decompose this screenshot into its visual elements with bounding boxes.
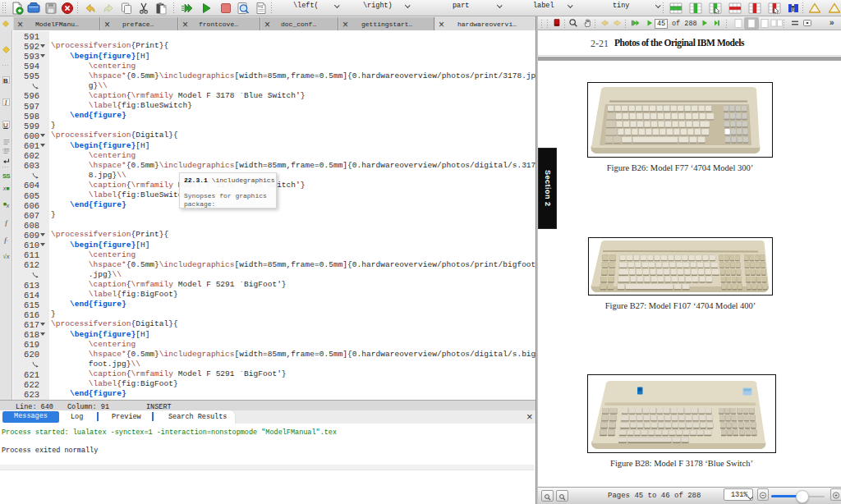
svg-text:log: log xyxy=(258,4,264,8)
